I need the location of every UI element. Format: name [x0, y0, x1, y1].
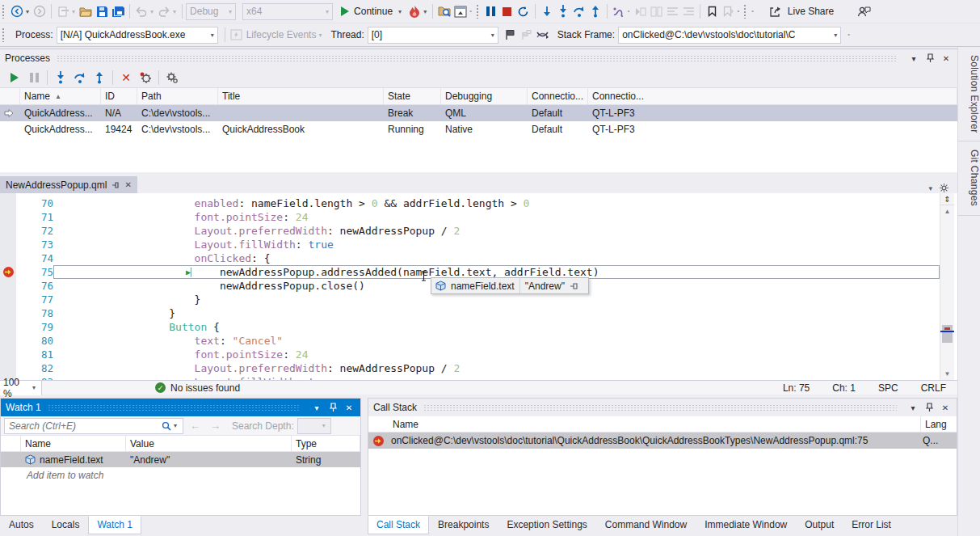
toolbar2-overflow[interactable]: ⹀: [848, 31, 850, 39]
line-margin[interactable]: [0, 279, 16, 293]
uncomment-selection-icon[interactable]: [681, 4, 696, 19]
line-margin[interactable]: [0, 306, 16, 320]
new-item-icon[interactable]: [56, 4, 70, 19]
code-line-74[interactable]: 74onClicked: {: [0, 251, 957, 265]
callstack-col-name[interactable]: Name: [389, 416, 920, 432]
code-line-73[interactable]: 73Layout.fillWidth: true: [0, 238, 957, 251]
save-all-icon[interactable]: [111, 4, 125, 19]
watch-col-type[interactable]: Type: [292, 436, 360, 451]
bookmark-folder-icon[interactable]: [721, 4, 735, 19]
navigate-forward-icon[interactable]: [32, 4, 47, 19]
stop-debugging-icon[interactable]: [500, 4, 515, 19]
editor-vertical-scrollbar[interactable]: ⇕ ▲ ▼: [940, 193, 954, 380]
breakpoints-window-icon[interactable]: [633, 4, 647, 19]
solution-explorer-window-icon[interactable]: [453, 4, 468, 19]
line-margin[interactable]: [0, 293, 16, 306]
platform-combo[interactable]: x64▾: [242, 3, 333, 20]
thread-combo[interactable]: [0]▾: [368, 27, 498, 44]
callstack-col-lang[interactable]: Lang: [920, 416, 957, 432]
call-hierarchy-icon[interactable]: [649, 4, 663, 19]
processes-pin-icon[interactable]: [923, 52, 936, 65]
process-row-qml[interactable]: QuickAddress... N/A C:\dev\vstools... Br…: [0, 105, 957, 121]
watch-col-name[interactable]: Name: [21, 436, 126, 451]
redo-icon[interactable]: [157, 4, 171, 19]
tab-watch-1[interactable]: Watch 1: [88, 516, 141, 534]
stack-frame-combo[interactable]: onClicked@C:\dev\vstools\doc\tutorial\C▾: [618, 27, 841, 44]
performance-profiler-flame-icon[interactable]: [407, 4, 422, 19]
editor-zoom-combo[interactable]: 100 % ▾: [0, 381, 42, 395]
navigate-backward-icon[interactable]: [10, 4, 24, 19]
document-list-chevron-icon[interactable]: ▾: [928, 184, 932, 192]
proc-step-into-icon[interactable]: [53, 70, 69, 85]
col-title[interactable]: Title: [218, 88, 384, 104]
continue-dropdown[interactable]: ▾: [398, 8, 402, 15]
bookmark-overflow[interactable]: ⹀: [737, 7, 739, 15]
editor-options-gear-icon[interactable]: [939, 183, 949, 193]
scroll-up-icon[interactable]: ▲: [940, 205, 954, 217]
step-out-icon[interactable]: [588, 4, 603, 19]
solution-config-combo[interactable]: Debug▾: [186, 3, 236, 20]
callstack-close-icon[interactable]: ✕: [939, 401, 952, 414]
watch-col-value[interactable]: Value: [126, 436, 292, 451]
proc-continue-icon[interactable]: [6, 70, 23, 85]
line-margin[interactable]: [0, 196, 16, 210]
toolbar-overflow-1[interactable]: ⹀: [469, 7, 472, 15]
find-in-files-icon[interactable]: [437, 4, 452, 19]
bookmark-icon[interactable]: [705, 4, 719, 19]
tab-git-changes[interactable]: Git Changes: [958, 141, 980, 215]
process-row-native[interactable]: QuickAddress... 19424 C:\dev\vstools... …: [0, 121, 957, 137]
search-next-icon[interactable]: →: [210, 420, 221, 432]
watch-pin-icon[interactable]: [326, 401, 339, 414]
toolbar-drag-handle[interactable]: [2, 4, 6, 19]
tab-command-window[interactable]: Command Window: [596, 516, 696, 534]
process-combo[interactable]: [N/A] QuickAddressBook.exe▾: [57, 27, 218, 44]
code-line-80[interactable]: 80text: "Cancel": [0, 334, 957, 348]
line-margin[interactable]: [0, 348, 16, 361]
status-spaces-mode[interactable]: SPC: [867, 382, 910, 394]
show-next-statement-icon[interactable]: [540, 4, 554, 19]
intellitrace-overflow[interactable]: ⹀: [628, 7, 630, 15]
status-line-ending[interactable]: CRLF: [910, 382, 957, 394]
restart-icon[interactable]: [516, 4, 531, 19]
watch-close-icon[interactable]: ✕: [343, 401, 355, 414]
code-line-81[interactable]: 81font.pointSize: 24: [0, 348, 957, 361]
line-margin[interactable]: [0, 320, 16, 334]
callstack-frame-row[interactable]: onClicked@C:\dev\vstools\doc\tutorial\Qu…: [368, 433, 957, 449]
code-line-70[interactable]: 70enabled: nameField.length > 0 && addrF…: [0, 196, 957, 210]
breakpoint-glyph[interactable]: [0, 265, 16, 279]
tab-exception-settings[interactable]: Exception Settings: [498, 516, 595, 534]
col-debugging[interactable]: Debugging: [441, 88, 528, 104]
toolbar-overflow-2[interactable]: ⹀: [751, 7, 754, 15]
feedback-icon[interactable]: [856, 4, 871, 19]
proc-step-over-icon[interactable]: [72, 70, 88, 85]
continue-button[interactable]: Continue ▾: [341, 6, 404, 17]
code-line-72[interactable]: 72Layout.preferredWidth: newAddressPopup…: [0, 224, 957, 238]
col-state[interactable]: State: [384, 88, 441, 104]
document-tab[interactable]: NewAddressPopup.qml ✕: [0, 176, 137, 193]
comment-selection-icon[interactable]: [665, 4, 679, 19]
toolbar2-drag-handle[interactable]: [2, 27, 6, 42]
watch-search-box[interactable]: ▾: [4, 418, 183, 434]
code-line-78[interactable]: 78}: [0, 306, 957, 320]
code-line-79[interactable]: 79Button {: [0, 320, 957, 334]
search-icon[interactable]: ▾: [162, 421, 183, 431]
col-name[interactable]: Name▲: [20, 88, 101, 104]
live-share-button[interactable]: Live Share: [768, 4, 834, 19]
code-line-82[interactable]: 82Layout.preferredWidth: newAddressPopup…: [0, 361, 957, 375]
line-margin[interactable]: [0, 224, 16, 238]
processes-close-icon[interactable]: ✕: [940, 52, 953, 65]
tab-call-stack[interactable]: Call Stack: [368, 516, 429, 534]
step-over-icon[interactable]: [572, 4, 587, 19]
watch-row[interactable]: nameField.text "Andrew" String: [1, 452, 360, 467]
code-line-71[interactable]: 71font.pointSize: 24: [0, 210, 957, 224]
line-margin[interactable]: [0, 361, 16, 375]
line-margin[interactable]: [0, 251, 16, 265]
search-depth-combo[interactable]: ▾: [297, 418, 331, 434]
scroll-down-icon[interactable]: ▼: [940, 368, 954, 380]
save-icon[interactable]: [95, 4, 109, 19]
flag-threads-icon[interactable]: [503, 27, 518, 42]
col-connection2[interactable]: Connectio...: [588, 88, 957, 104]
tab-output[interactable]: Output: [796, 516, 843, 534]
intellitrace-icon[interactable]: [612, 4, 626, 19]
line-margin[interactable]: [0, 334, 16, 348]
